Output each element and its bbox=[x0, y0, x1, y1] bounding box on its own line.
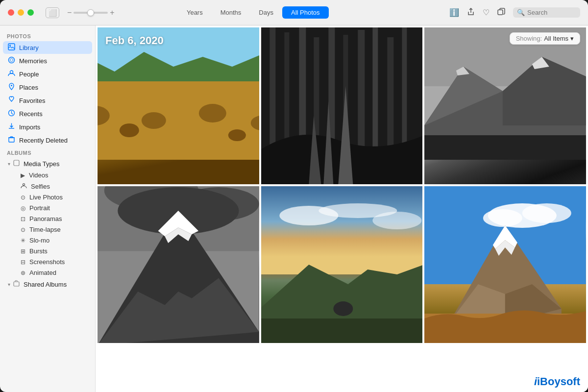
sidebar-item-memories[interactable]: Memories bbox=[3, 54, 92, 67]
shared-albums-toggle[interactable]: ▾ Shared Albums bbox=[3, 278, 92, 290]
tab-all-photos[interactable]: All Photos bbox=[282, 6, 329, 19]
svg-rect-43 bbox=[424, 135, 586, 160]
chevron-right-icon: ▾ bbox=[8, 282, 10, 287]
duplicate-icon[interactable] bbox=[497, 8, 505, 18]
zoom-slider[interactable] bbox=[74, 12, 108, 14]
fullscreen-button[interactable] bbox=[27, 9, 34, 16]
svg-rect-11 bbox=[14, 282, 19, 286]
sidebar-item-portrait[interactable]: ◎ Portrait bbox=[3, 203, 92, 213]
zoom-out-button[interactable]: − bbox=[67, 8, 72, 17]
screenshots-icon: ⊟ bbox=[21, 259, 25, 266]
sidebar-toggle-icon: ⬜ bbox=[49, 9, 57, 17]
photo-cell-3[interactable] bbox=[424, 27, 586, 184]
photo-date-text: Feb 6, 2020 bbox=[105, 34, 164, 47]
minimize-button[interactable] bbox=[18, 9, 24, 16]
svg-point-60 bbox=[333, 301, 353, 316]
recents-icon bbox=[8, 109, 15, 118]
sidebar-item-recently-deleted[interactable]: Recently Deleted bbox=[3, 134, 92, 147]
svg-rect-8 bbox=[9, 138, 14, 142]
photos-section-label: Photos bbox=[0, 30, 95, 41]
animated-icon: ⊛ bbox=[21, 270, 25, 276]
sidebar-toggle-button[interactable]: ⬜ bbox=[46, 7, 59, 18]
zoom-in-button[interactable]: + bbox=[110, 8, 114, 17]
library-icon bbox=[8, 43, 15, 52]
imports-icon bbox=[8, 122, 15, 131]
svg-point-10 bbox=[23, 184, 25, 186]
people-icon bbox=[8, 70, 15, 78]
photo-4-bg bbox=[98, 186, 259, 343]
search-icon: 🔍 bbox=[517, 9, 525, 16]
nav-tabs: Years Months Days All Photos bbox=[178, 6, 329, 19]
sidebar-item-people[interactable]: People bbox=[3, 68, 92, 80]
selfies-icon bbox=[21, 182, 27, 190]
animated-label: Animated bbox=[29, 269, 56, 276]
chevron-down-icon: ▾ bbox=[8, 161, 10, 167]
showing-value: All Items bbox=[544, 35, 568, 42]
memories-icon bbox=[8, 56, 15, 65]
photo-cell-1[interactable]: Feb 6, 2020 bbox=[98, 27, 259, 184]
sidebar-item-bursts[interactable]: ⊞ Bursts bbox=[3, 246, 92, 256]
videos-label: Videos bbox=[29, 172, 49, 179]
panoramas-label: Panoramas bbox=[29, 215, 62, 222]
photo-date-overlay: Feb 6, 2020 bbox=[98, 27, 259, 184]
search-box[interactable]: 🔍 bbox=[513, 7, 580, 18]
recently-deleted-icon bbox=[8, 136, 15, 145]
svg-rect-9 bbox=[14, 160, 19, 166]
selfies-label: Selfies bbox=[31, 183, 50, 190]
sidebar-item-animated[interactable]: ⊛ Animated bbox=[3, 268, 92, 278]
photo-cell-4[interactable] bbox=[98, 186, 259, 343]
time-lapse-icon: ⊙ bbox=[21, 226, 25, 233]
recents-label: Recents bbox=[19, 110, 43, 118]
showing-badge[interactable]: Showing: All Items ▾ bbox=[510, 32, 580, 45]
share-icon[interactable] bbox=[467, 8, 475, 18]
shared-albums-icon bbox=[13, 280, 20, 288]
sidebar-item-favorites[interactable]: Favorites bbox=[3, 94, 92, 107]
sidebar-item-time-lapse[interactable]: ⊙ Time-lapse bbox=[3, 224, 92, 235]
media-types-toggle[interactable]: ▾ Media Types bbox=[3, 158, 92, 170]
svg-point-64 bbox=[483, 209, 522, 227]
sidebar-item-live-photos[interactable]: ⊙ Live Photos bbox=[3, 192, 92, 202]
watermark: iiBoysoft bbox=[526, 371, 588, 392]
sidebar-item-imports[interactable]: Imports bbox=[3, 121, 92, 133]
sidebar-item-recents[interactable]: Recents bbox=[3, 107, 92, 120]
photo-cell-5[interactable] bbox=[261, 186, 423, 343]
sidebar: Photos Library Memories People bbox=[0, 25, 96, 392]
info-icon[interactable]: ℹ️ bbox=[449, 8, 459, 17]
sidebar-item-videos[interactable]: ▶ Videos bbox=[3, 170, 92, 180]
titlebar: ⬜ − + Years Months Days All Photos ℹ️ ♡ bbox=[0, 0, 588, 25]
favorites-label: Favorites bbox=[19, 97, 45, 104]
photo-cell-6[interactable] bbox=[424, 186, 586, 343]
svg-rect-0 bbox=[498, 10, 503, 15]
showing-label: Showing: bbox=[516, 35, 542, 42]
time-lapse-label: Time-lapse bbox=[29, 226, 61, 233]
sidebar-item-library[interactable]: Library bbox=[3, 41, 92, 54]
search-input[interactable] bbox=[527, 9, 576, 16]
portrait-icon: ◎ bbox=[21, 205, 25, 212]
chevron-down-icon: ▾ bbox=[570, 35, 574, 42]
showing-bar: Showing: All Items ▾ bbox=[510, 32, 580, 45]
sidebar-item-panoramas[interactable]: ⊡ Panoramas bbox=[3, 214, 92, 224]
tab-days[interactable]: Days bbox=[250, 6, 282, 19]
tab-months[interactable]: Months bbox=[212, 6, 250, 19]
traffic-lights bbox=[8, 9, 34, 16]
media-types-label: Media Types bbox=[24, 160, 59, 168]
photo-6-bg bbox=[424, 186, 586, 343]
sidebar-item-places[interactable]: Places bbox=[3, 81, 92, 94]
photo-cell-2[interactable] bbox=[261, 27, 423, 184]
main-layout: Photos Library Memories People bbox=[0, 25, 588, 392]
close-button[interactable] bbox=[8, 9, 14, 16]
zoom-thumb bbox=[87, 9, 94, 16]
imports-label: Imports bbox=[19, 123, 40, 131]
people-label: People bbox=[19, 71, 39, 78]
sidebar-item-screenshots[interactable]: ⊟ Screenshots bbox=[3, 257, 92, 267]
tab-years[interactable]: Years bbox=[178, 6, 212, 19]
svg-point-6 bbox=[11, 85, 12, 86]
sidebar-item-selfies[interactable]: Selfies bbox=[3, 181, 92, 192]
slo-mo-label: Slo-mo bbox=[29, 237, 49, 244]
screenshots-label: Screenshots bbox=[29, 258, 65, 266]
svg-rect-54 bbox=[261, 186, 423, 274]
favorite-icon[interactable]: ♡ bbox=[483, 8, 490, 17]
sidebar-item-slo-mo[interactable]: ✳ Slo-mo bbox=[3, 235, 92, 245]
videos-icon: ▶ bbox=[21, 172, 25, 179]
svg-rect-59 bbox=[261, 318, 423, 343]
